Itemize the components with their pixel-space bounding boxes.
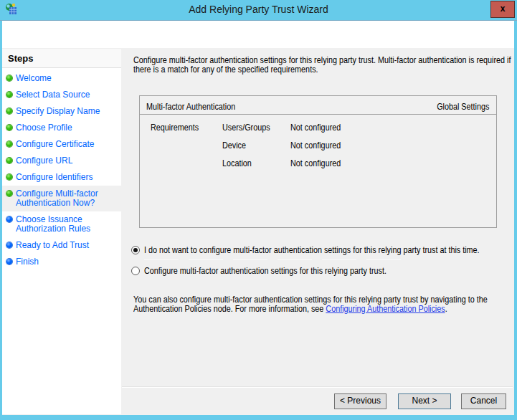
step-pending-bullet-icon xyxy=(6,242,12,248)
step-choose-profile[interactable]: Choose Profile xyxy=(2,120,121,133)
step-pending-bullet-icon xyxy=(6,216,12,222)
step-done-bullet-icon xyxy=(6,125,12,130)
step-done-bullet-icon xyxy=(6,92,12,97)
footer-separator-highlight xyxy=(122,387,513,388)
mfa-row-device: Device Not configured xyxy=(140,133,496,151)
row-value: Not configured xyxy=(290,158,341,168)
steps-list: Welcome Select Data Source Specify Displ… xyxy=(2,70,121,270)
radio-no-mfa-label[interactable]: I do not want to configure multi-factor … xyxy=(144,246,480,255)
step-done-bullet-icon xyxy=(6,174,12,180)
step-done-bullet-icon xyxy=(6,191,12,196)
step-specify-display-name[interactable]: Specify Display Name xyxy=(2,103,121,116)
step-done-bullet-icon xyxy=(6,108,12,114)
step-configure-certificate[interactable]: Configure Certificate xyxy=(2,136,121,149)
radio-configure-mfa-label[interactable]: Configure multi-factor authentication se… xyxy=(144,267,386,276)
wizard-window: Add Relying Party Trust Wizard x Steps W… xyxy=(0,0,517,420)
steps-heading: Steps xyxy=(2,50,121,68)
step-configure-url[interactable]: Configure URL xyxy=(2,153,121,166)
intro-line2: there is a match for any of the specifie… xyxy=(133,65,318,75)
step-pending-bullet-icon xyxy=(6,259,12,264)
step-finish[interactable]: Finish xyxy=(2,254,121,267)
row-name: Users/Groups xyxy=(222,123,270,133)
mfa-header-global-settings: Global Settings xyxy=(437,102,489,112)
window-title: Add Relying Party Trust Wizard xyxy=(0,4,517,15)
header-band xyxy=(2,21,514,48)
row-value: Not configured xyxy=(290,140,341,151)
titlebar: Add Relying Party Trust Wizard x xyxy=(0,0,517,21)
step-ready-to-add-trust[interactable]: Ready to Add Trust xyxy=(2,237,121,250)
mfa-row-users-groups: Requirements Users/Groups Not configured xyxy=(140,115,496,133)
configuring-auth-policies-link[interactable]: Configuring Authentication Policies xyxy=(326,304,445,314)
step-configure-identifiers[interactable]: Configure Identifiers xyxy=(2,169,121,182)
mfa-header-title: Multi-factor Authentication xyxy=(146,102,235,112)
radio-focus-underline xyxy=(144,259,402,260)
footnote-line2: Authentication Policies node. For more i… xyxy=(133,305,447,314)
requirements-label: Requirements xyxy=(151,123,199,133)
step-done-bullet-icon xyxy=(6,141,12,147)
mfa-row-location: Location Not configured xyxy=(140,151,496,168)
step-done-bullet-icon xyxy=(6,158,12,163)
step-choose-issuance-rules[interactable]: Choose Issuance Authorization Rules xyxy=(2,211,121,234)
radio-configure-mfa[interactable] xyxy=(131,267,140,275)
radio-no-mfa[interactable] xyxy=(131,246,140,254)
step-welcome[interactable]: Welcome xyxy=(2,70,121,83)
previous-button[interactable]: < Previous xyxy=(334,393,386,409)
row-value: Not configured xyxy=(290,123,341,133)
mfa-panel-header: Multi-factor Authentication Global Setti… xyxy=(140,96,496,115)
cancel-button[interactable]: Cancel xyxy=(461,393,506,409)
step-done-bullet-icon xyxy=(6,75,12,81)
step-configure-multifactor-current[interactable]: Configure Multi-factor Authentication No… xyxy=(2,186,121,211)
row-name: Device xyxy=(222,140,246,151)
step-select-data-source[interactable]: Select Data Source xyxy=(2,87,121,100)
close-button[interactable]: x xyxy=(490,1,515,18)
steps-sidebar: Steps Welcome Select Data Source Specify… xyxy=(2,49,121,414)
next-button[interactable]: Next > xyxy=(398,393,451,409)
row-name: Location xyxy=(222,158,252,168)
mfa-requirements-rows: Requirements Users/Groups Not configured… xyxy=(140,115,496,168)
mfa-settings-panel: Multi-factor Authentication Global Setti… xyxy=(139,95,497,228)
